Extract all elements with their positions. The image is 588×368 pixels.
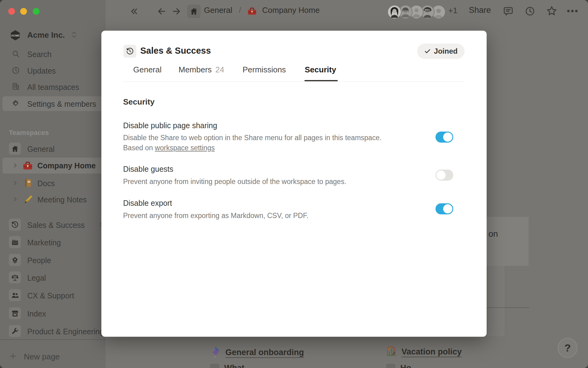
sidebar-teamspace-people[interactable]: People: [0, 253, 106, 267]
breadcrumb-home[interactable]: [187, 5, 201, 18]
sidebar-item-search[interactable]: Search: [0, 47, 106, 61]
roller-coaster-icon: [386, 346, 397, 357]
breadcrumb-page-label[interactable]: Company Home: [262, 6, 320, 15]
sidebar-teamspace-cx-support[interactable]: CX & Support: [0, 288, 106, 303]
toggle-disable-guests[interactable]: [435, 170, 453, 181]
clapperboard-icon: [9, 236, 21, 248]
bg-link-general-onboarding[interactable]: General onboarding: [210, 346, 304, 358]
tab-general[interactable]: General: [133, 65, 162, 75]
clock-history-icon: [123, 45, 136, 58]
sidebar-page-meeting-notes[interactable]: Meeting Notes: [0, 192, 106, 207]
sidebar-teamspace-general[interactable]: General: [0, 141, 106, 156]
chevron-right-icon[interactable]: [12, 196, 18, 202]
comments-icon[interactable]: [503, 6, 514, 17]
plus-icon: [9, 352, 17, 360]
setting-title: Disable export: [123, 199, 172, 208]
sidebar-item-label: Company Home: [37, 161, 96, 170]
joined-button[interactable]: Joined: [417, 44, 465, 59]
sidebar-teamspace-index[interactable]: Index: [0, 306, 106, 321]
workspace-switcher[interactable]: ACME Acme Inc.: [0, 28, 106, 42]
setting-description: Prevent anyone from exporting as Markdow…: [123, 211, 417, 221]
bg-link-label: General onboarding: [225, 348, 304, 357]
avatar-overflow-count[interactable]: +1: [448, 6, 458, 15]
sidebar-teamspace-sales-success[interactable]: Sales & Success: [0, 217, 106, 232]
workspace-settings-link[interactable]: workspace settings: [155, 144, 215, 152]
workspace-logo: ACME: [9, 29, 21, 41]
toggle-knob: [443, 132, 452, 142]
home-icon: [190, 7, 198, 16]
bg-image-placeholder-2: [488, 266, 504, 336]
joined-label: Joined: [434, 47, 458, 56]
sidebar-item-label: Settings & members: [27, 100, 96, 109]
sidebar-teamspace-marketing[interactable]: Marketing: [0, 235, 106, 250]
gear-icon: [12, 99, 20, 108]
toggle-knob: [443, 204, 452, 213]
wrench-icon: [9, 325, 21, 337]
kite-icon: [210, 346, 221, 358]
sidebar-item-label: Marketing: [27, 238, 61, 247]
sidebar-item-label: People: [27, 256, 51, 265]
minimize-window-button[interactable]: [20, 8, 27, 15]
updates-clock-icon: [12, 66, 20, 75]
history-clock-icon[interactable]: [525, 6, 535, 17]
back-icon[interactable]: [157, 7, 166, 16]
sidebar-page-company-home[interactable]: Company Home: [0, 158, 106, 173]
home-icon: [9, 143, 21, 155]
storefront-icon: [9, 307, 21, 319]
help-label: ?: [564, 342, 571, 354]
more-options-icon[interactable]: [567, 9, 578, 13]
notebook-icon: [23, 178, 33, 188]
toggle-disable-public-sharing[interactable]: [435, 132, 453, 143]
toggle-knob: [436, 171, 446, 180]
active-tab-underline: [304, 80, 338, 81]
sidebar-page-docs[interactable]: Docs: [0, 176, 106, 190]
help-button[interactable]: ?: [558, 338, 578, 358]
bg-partial-row-right[interactable]: Ho: [386, 363, 411, 368]
sidebar-item-label: Search: [27, 50, 51, 59]
setting-description-prefix: Based on: [123, 144, 155, 152]
tab-permissions[interactable]: Permissions: [243, 65, 286, 75]
tab-security[interactable]: Security: [305, 65, 336, 75]
sidebar-teamspace-product-engineering[interactable]: Product & Engineering: [0, 324, 106, 339]
sidebar-item-label: All teamspaces: [27, 83, 79, 92]
tabs-divider: [123, 82, 465, 82]
sidebar-collapse-icon[interactable]: [129, 7, 138, 16]
sidebar-item-label: Updates: [27, 67, 56, 75]
zoom-window-button[interactable]: [33, 8, 40, 15]
tab-members-count: 24: [215, 65, 224, 74]
new-page-button[interactable]: New page: [0, 349, 106, 363]
scales-icon: [9, 271, 21, 283]
bg-partial-row-left[interactable]: What: [210, 363, 244, 368]
toolbox-icon: [247, 6, 257, 16]
app-window: on General onboarding Vacation policy: [0, 0, 588, 368]
toggle-disable-export[interactable]: [435, 203, 453, 214]
tab-members[interactable]: Members24: [179, 65, 224, 75]
sidebar-item-all-teamspaces[interactable]: All teamspaces: [0, 79, 106, 94]
chevron-right-icon[interactable]: [12, 163, 18, 168]
clock-history-icon: [9, 219, 21, 231]
setting-description: Disable the Share to web option in the S…: [123, 133, 417, 153]
sidebar-teamspace-legal[interactable]: Legal: [0, 270, 106, 285]
share-button[interactable]: Share: [469, 6, 491, 15]
chevron-right-icon[interactable]: [12, 180, 18, 186]
sidebar-item-label: General: [27, 145, 55, 154]
bg-partial-label: Ho: [400, 363, 411, 368]
avatar[interactable]: [387, 5, 401, 19]
workspace-name: Acme Inc.: [27, 30, 65, 40]
forward-icon[interactable]: [172, 7, 181, 16]
sidebar-item-label: Legal: [27, 274, 46, 282]
sidebar-item-label: Meeting Notes: [37, 195, 87, 204]
search-icon: [12, 50, 20, 58]
breadcrumb-separator: /: [239, 6, 241, 15]
sidebar-item-settings[interactable]: Settings & members: [0, 96, 106, 111]
bg-partial-label: What: [224, 363, 244, 368]
close-window-button[interactable]: [8, 8, 15, 15]
favorite-star-icon[interactable]: [546, 5, 557, 17]
bg-link-vacation-policy[interactable]: Vacation policy: [386, 346, 462, 357]
bg-divider-bottom: [0, 339, 480, 340]
sidebar-item-label: Sales & Success: [27, 221, 85, 230]
sidebar-item-updates[interactable]: Updates: [0, 63, 106, 78]
breadcrumb-home-label[interactable]: General: [204, 6, 232, 15]
teamspaces-section-header[interactable]: Teamspaces: [9, 129, 49, 137]
setting-title: Disable public page sharing: [123, 121, 217, 130]
